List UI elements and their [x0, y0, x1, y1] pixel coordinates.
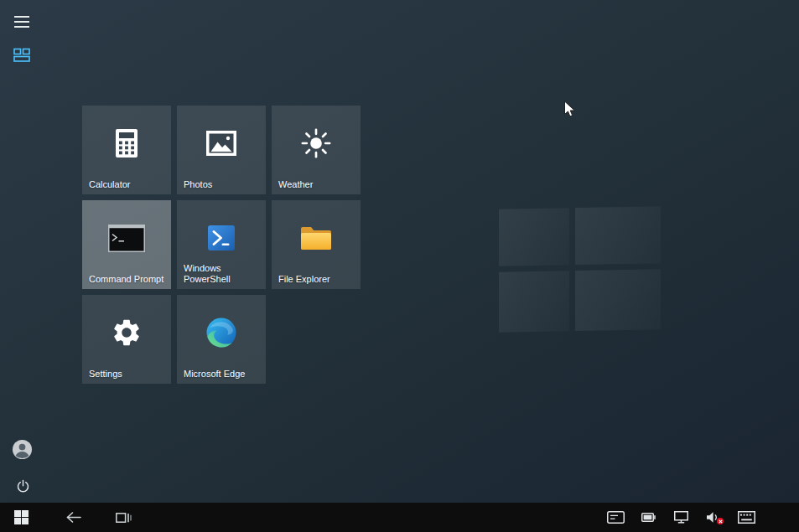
hamburger-menu-icon [13, 15, 30, 28]
touch-keyboard-button[interactable] [737, 503, 755, 532]
tile-label: Command Prompt [89, 274, 167, 285]
touch-keyboard-icon [738, 511, 755, 524]
taskbar [0, 503, 799, 532]
logo-pane [575, 269, 661, 331]
tile-label: Microsoft Edge [184, 369, 262, 380]
tile-label: Photos [184, 179, 262, 190]
desktop-windows-logo [499, 206, 661, 332]
edge-icon [177, 295, 266, 370]
network-icon [674, 511, 688, 524]
task-view-button[interactable] [106, 503, 141, 532]
start-icon [14, 510, 29, 524]
logo-pane [575, 206, 661, 265]
back-button[interactable] [55, 503, 91, 532]
network-button[interactable] [672, 503, 690, 532]
ink-workspace-icon [607, 511, 625, 524]
tile-label: File Explorer [278, 274, 356, 285]
tile-label: Windows PowerShell [184, 263, 262, 285]
tile-label: Settings [89, 369, 167, 380]
pinned-tiles-button[interactable] [10, 44, 34, 67]
user-account-button[interactable] [10, 437, 34, 461]
file-explorer-icon [272, 200, 361, 276]
mouse-cursor [563, 101, 577, 119]
photos-icon [177, 106, 266, 181]
ink-workspace-button[interactable] [606, 503, 625, 532]
power-button[interactable] [11, 474, 34, 498]
tile-label: Weather [278, 179, 356, 190]
start-menu-button[interactable] [10, 10, 34, 34]
power-icon [16, 479, 30, 493]
pinned-tiles-icon [13, 48, 30, 63]
tile-file-explorer[interactable]: File Explorer [272, 200, 361, 289]
tile-command-prompt[interactable]: Command Prompt [82, 200, 171, 289]
command-prompt-icon [82, 200, 171, 276]
logo-pane [499, 208, 569, 266]
user-avatar-icon [12, 439, 33, 460]
calculator-icon [82, 106, 171, 181]
tile-weather[interactable]: Weather [272, 106, 361, 194]
tile-photos[interactable]: Photos [177, 106, 266, 194]
weather-icon [272, 106, 361, 181]
tile-label: Calculator [89, 179, 167, 190]
volume-muted-badge [717, 518, 724, 524]
logo-pane [499, 271, 569, 332]
back-arrow-icon [65, 511, 81, 524]
battery-button[interactable] [639, 503, 657, 532]
start-screen: Calculator Photos [0, 0, 799, 503]
volume-button[interactable] [704, 503, 723, 532]
pinned-tile-grid: Calculator Photos [82, 106, 361, 384]
tile-windows-powershell[interactable]: Windows PowerShell [177, 200, 266, 289]
system-tray [606, 503, 755, 532]
start-button[interactable] [3, 503, 39, 532]
task-view-icon [116, 511, 132, 524]
tile-calculator[interactable]: Calculator [82, 106, 171, 194]
battery-icon [641, 513, 656, 522]
settings-gear-icon [82, 295, 171, 370]
tile-settings[interactable]: Settings [82, 295, 171, 384]
tile-microsoft-edge[interactable]: Microsoft Edge [177, 295, 266, 384]
